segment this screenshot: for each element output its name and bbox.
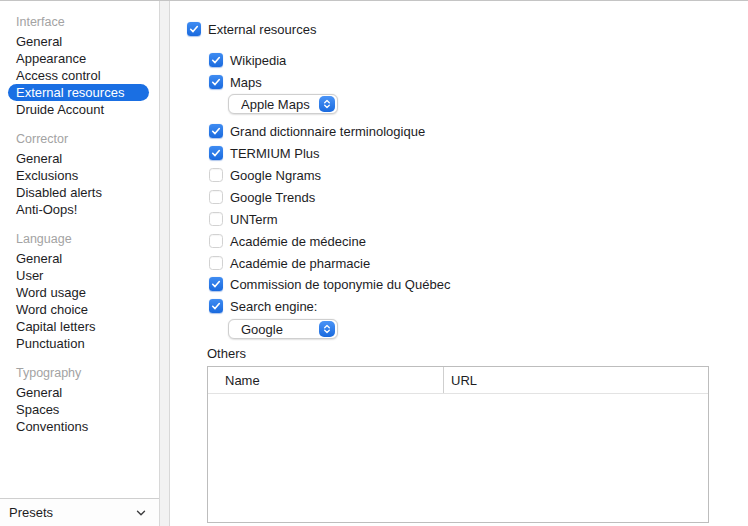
maps-option: Maps: [209, 74, 262, 90]
external-resources-checkbox-label[interactable]: External resources: [208, 22, 316, 37]
google-ngrams-checkbox[interactable]: [209, 168, 223, 182]
sidebar-item-anti-oops[interactable]: Anti-Oops!: [8, 201, 149, 218]
sidebar-item-punctuation[interactable]: Punctuation: [8, 335, 149, 352]
search-engine-checkbox[interactable]: [209, 299, 223, 313]
termium-plus-checkbox-label[interactable]: TERMIUM Plus: [230, 146, 320, 161]
termium-plus-checkbox[interactable]: [209, 146, 223, 160]
commission-toponymie-checkbox-label[interactable]: Commission de toponymie du Québec: [230, 277, 450, 292]
unterm-checkbox[interactable]: [209, 212, 223, 226]
presets-button[interactable]: Presets: [0, 498, 159, 526]
others-table-header: Name URL: [208, 367, 708, 394]
sidebar-group-corrector: Corrector General Exclusions Disabled al…: [16, 131, 159, 218]
sidebar-item-appearance[interactable]: Appearance: [8, 50, 149, 67]
sidebar-item-typography-general[interactable]: General: [8, 384, 149, 401]
grand-dictionnaire-checkbox[interactable]: [209, 124, 223, 138]
gdt-option: Grand dictionnaire terminologique: [209, 123, 425, 139]
maps-provider-value: Apple Maps: [241, 97, 319, 112]
sidebar-header-corrector: Corrector: [16, 131, 159, 148]
external-resources-pane: External resources Wikipedia Maps Apple …: [170, 2, 748, 526]
sidebar-item-interface-general[interactable]: General: [8, 33, 149, 50]
search-engine-option: Search engine:: [209, 298, 317, 314]
unterm-option: UNTerm: [209, 211, 278, 227]
sidebar-item-corrector-general[interactable]: General: [8, 150, 149, 167]
column-header-url[interactable]: URL: [444, 373, 477, 388]
sidebar-group-language: Language General User Word usage Word ch…: [16, 231, 159, 352]
others-section-label: Others: [207, 346, 246, 362]
popup-up-down-icon: [319, 321, 335, 337]
maps-provider-select[interactable]: Apple Maps: [228, 94, 338, 114]
others-table: Name URL: [207, 366, 709, 523]
termium-option: TERMIUM Plus: [209, 145, 320, 161]
google-trends-checkbox[interactable]: [209, 190, 223, 204]
commission-toponymie-option: Commission de toponymie du Québec: [209, 276, 450, 292]
unterm-checkbox-label[interactable]: UNTerm: [230, 212, 278, 227]
sidebar-item-language-general[interactable]: General: [8, 250, 149, 267]
search-engine-value: Google: [241, 322, 319, 337]
sidebar-header-language: Language: [16, 231, 159, 248]
academie-pharmacie-checkbox[interactable]: [209, 256, 223, 270]
popup-up-down-icon: [319, 96, 335, 112]
google-ngrams-checkbox-label[interactable]: Google Ngrams: [230, 168, 321, 183]
sidebar-group-typography: Typography General Spaces Conventions: [16, 365, 159, 435]
sidebar-group-interface: Interface General Appearance Access cont…: [16, 14, 159, 118]
sidebar-item-user[interactable]: User: [8, 267, 149, 284]
wikipedia-option: Wikipedia: [209, 52, 286, 68]
sidebar-item-druide-account[interactable]: Druide Account: [8, 101, 149, 118]
sidebar-item-access-control[interactable]: Access control: [8, 67, 149, 84]
sidebar-item-word-choice[interactable]: Word choice: [8, 301, 149, 318]
google-ngrams-option: Google Ngrams: [209, 167, 321, 183]
sidebar-split-divider: [159, 1, 170, 526]
column-header-name[interactable]: Name: [208, 373, 443, 388]
sidebar-item-spaces[interactable]: Spaces: [8, 401, 149, 418]
academie-pharmacie-option: Académie de pharmacie: [209, 255, 370, 271]
search-engine-checkbox-label[interactable]: Search engine:: [230, 299, 317, 314]
academie-pharmacie-checkbox-label[interactable]: Académie de pharmacie: [230, 256, 370, 271]
sidebar-item-exclusions[interactable]: Exclusions: [8, 167, 149, 184]
chevron-down-icon: [135, 507, 147, 519]
google-trends-checkbox-label[interactable]: Google Trends: [230, 190, 315, 205]
sidebar: Interface General Appearance Access cont…: [0, 2, 159, 499]
external-resources-option: External resources: [187, 21, 316, 37]
sidebar-item-word-usage[interactable]: Word usage: [8, 284, 149, 301]
maps-checkbox-label[interactable]: Maps: [230, 75, 262, 90]
wikipedia-checkbox[interactable]: [209, 53, 223, 67]
sidebar-header-interface: Interface: [16, 14, 159, 31]
academie-medecine-checkbox[interactable]: [209, 234, 223, 248]
sidebar-item-capital-letters[interactable]: Capital letters: [8, 318, 149, 335]
commission-toponymie-checkbox[interactable]: [209, 277, 223, 291]
search-engine-select[interactable]: Google: [228, 319, 338, 339]
grand-dictionnaire-checkbox-label[interactable]: Grand dictionnaire terminologique: [230, 124, 425, 139]
sidebar-item-disabled-alerts[interactable]: Disabled alerts: [8, 184, 149, 201]
wikipedia-checkbox-label[interactable]: Wikipedia: [230, 53, 286, 68]
academie-medecine-checkbox-label[interactable]: Académie de médecine: [230, 234, 366, 249]
maps-checkbox[interactable]: [209, 75, 223, 89]
sidebar-item-conventions[interactable]: Conventions: [8, 418, 149, 435]
external-resources-checkbox[interactable]: [187, 22, 201, 36]
sidebar-item-external-resources[interactable]: External resources: [8, 84, 149, 101]
others-table-body[interactable]: [208, 394, 708, 522]
presets-label: Presets: [9, 505, 53, 520]
google-trends-option: Google Trends: [209, 189, 315, 205]
sidebar-header-typography: Typography: [16, 365, 159, 382]
academie-medecine-option: Académie de médecine: [209, 233, 366, 249]
preferences-window: Interface General Appearance Access cont…: [0, 0, 748, 526]
